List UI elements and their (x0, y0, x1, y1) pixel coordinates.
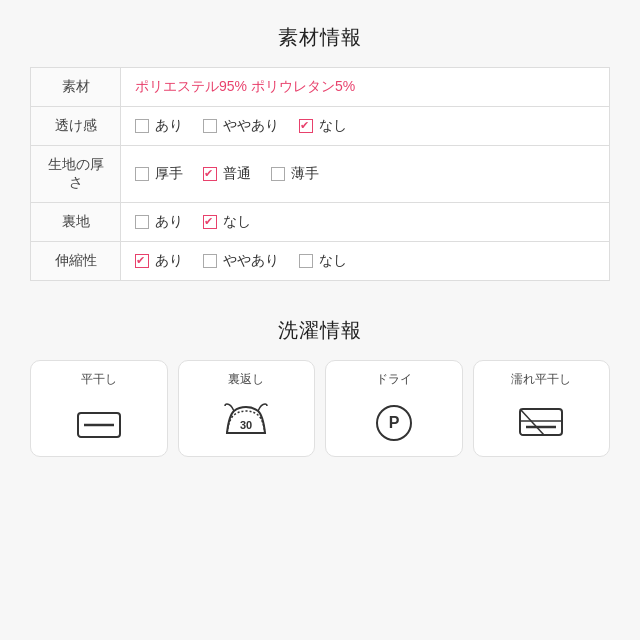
inside-out-wash-icon: 30 (220, 394, 272, 446)
laundry-section: 洗濯情報 平干し 裏返し 30 ドライ P 濡れ平干し (30, 317, 610, 457)
option-label: あり (155, 213, 183, 231)
option-item: なし (299, 117, 347, 135)
option-label: なし (319, 252, 347, 270)
option-item: なし (203, 213, 251, 231)
option-item: 厚手 (135, 165, 183, 183)
dry-clean-icon: P (368, 394, 420, 446)
checkbox-empty (135, 167, 149, 181)
option-item: ややあり (203, 252, 279, 270)
option-item: ややあり (203, 117, 279, 135)
option-label: 薄手 (291, 165, 319, 183)
flat-dry-icon (73, 394, 125, 446)
material-title: 素材情報 (278, 24, 362, 51)
material-value: ありなし (121, 203, 610, 242)
option-label: なし (223, 213, 251, 231)
checkbox-checked (203, 215, 217, 229)
option-item: あり (135, 213, 183, 231)
laundry-card-label: 裏返し (228, 371, 264, 388)
laundry-card: ドライ P (325, 360, 463, 457)
material-label: 生地の厚さ (31, 146, 121, 203)
checkbox-empty (299, 254, 313, 268)
option-label: 厚手 (155, 165, 183, 183)
checkbox-empty (203, 254, 217, 268)
svg-text:30: 30 (240, 419, 252, 431)
checkbox-empty (203, 119, 217, 133)
option-item: 薄手 (271, 165, 319, 183)
option-label: あり (155, 117, 183, 135)
svg-text:P: P (388, 414, 399, 431)
laundry-cards: 平干し 裏返し 30 ドライ P 濡れ平干し (30, 360, 610, 457)
option-item: あり (135, 117, 183, 135)
laundry-card: 濡れ平干し (473, 360, 611, 457)
option-label: あり (155, 252, 183, 270)
checkbox-checked (135, 254, 149, 268)
material-label: 素材 (31, 68, 121, 107)
material-value: 厚手普通薄手 (121, 146, 610, 203)
laundry-card-label: 濡れ平干し (511, 371, 571, 388)
material-value: ありややありなし (121, 107, 610, 146)
laundry-card-label: 平干し (81, 371, 117, 388)
checkbox-checked (203, 167, 217, 181)
checkbox-empty (271, 167, 285, 181)
svg-line-8 (520, 409, 544, 435)
option-label: なし (319, 117, 347, 135)
laundry-card-label: ドライ (376, 371, 412, 388)
option-item: あり (135, 252, 183, 270)
material-value: ありややありなし (121, 242, 610, 281)
laundry-title: 洗濯情報 (30, 317, 610, 344)
checkbox-empty (135, 119, 149, 133)
option-item: なし (299, 252, 347, 270)
checkbox-empty (135, 215, 149, 229)
wet-flat-dry-icon (515, 394, 567, 446)
option-label: ややあり (223, 252, 279, 270)
option-label: 普通 (223, 165, 251, 183)
material-value: ポリエステル95% ポリウレタン5% (121, 68, 610, 107)
material-label: 透け感 (31, 107, 121, 146)
option-label: ややあり (223, 117, 279, 135)
laundry-card: 平干し (30, 360, 168, 457)
material-label: 伸縮性 (31, 242, 121, 281)
checkbox-checked (299, 119, 313, 133)
material-label: 裏地 (31, 203, 121, 242)
option-item: 普通 (203, 165, 251, 183)
material-table: 素材ポリエステル95% ポリウレタン5%透け感ありややありなし生地の厚さ厚手普通… (30, 67, 610, 281)
laundry-card: 裏返し 30 (178, 360, 316, 457)
